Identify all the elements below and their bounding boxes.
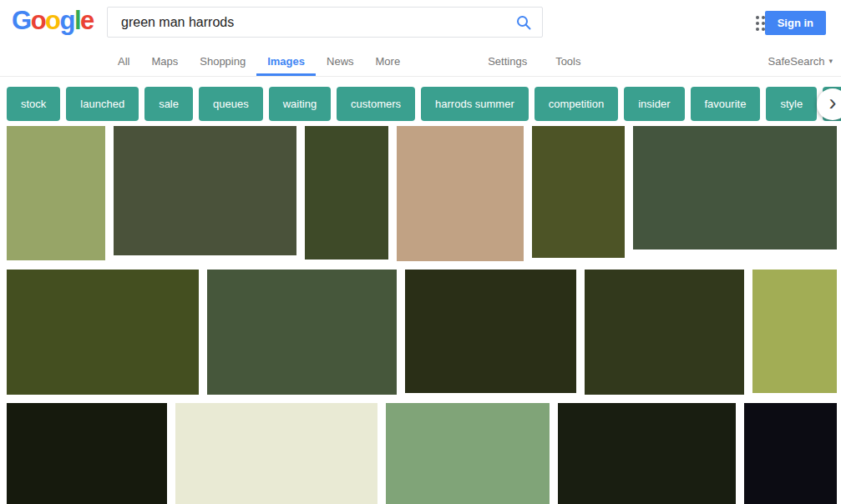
tab-all[interactable]: All bbox=[107, 46, 140, 76]
chevron-right-icon: › bbox=[829, 92, 837, 114]
filter-chip[interactable]: waiting bbox=[269, 87, 331, 121]
image-result[interactable] bbox=[7, 270, 199, 395]
google-logo-letter: l bbox=[74, 6, 80, 35]
tab-images[interactable]: Images bbox=[256, 46, 316, 76]
search-icon bbox=[516, 15, 531, 30]
image-result[interactable] bbox=[175, 403, 377, 504]
tab-news[interactable]: News bbox=[316, 46, 365, 76]
grid-row bbox=[7, 403, 841, 504]
image-result[interactable] bbox=[744, 403, 837, 504]
image-result[interactable] bbox=[585, 270, 744, 395]
filter-chip[interactable]: queues bbox=[199, 87, 263, 121]
filter-chip[interactable]: insider bbox=[624, 87, 684, 121]
caret-down-icon: ▾ bbox=[828, 57, 833, 65]
tab-shopping[interactable]: Shopping bbox=[189, 46, 256, 76]
settings-menu[interactable]: Settings bbox=[488, 46, 527, 76]
search-input[interactable] bbox=[108, 8, 505, 37]
image-result[interactable] bbox=[386, 403, 550, 504]
filter-chip[interactable]: sale bbox=[144, 87, 193, 121]
grid-row bbox=[7, 270, 841, 395]
header: Google Sign in bbox=[0, 0, 841, 46]
results-nav: AllMapsShoppingImagesNewsMore Settings T… bbox=[0, 46, 841, 77]
google-logo[interactable]: Google bbox=[12, 6, 94, 36]
google-logo-letter: g bbox=[60, 6, 74, 35]
safesearch-dropdown[interactable]: SafeSearch ▾ bbox=[768, 46, 833, 76]
google-logo-letter: o bbox=[31, 6, 45, 35]
google-logo-letter: o bbox=[45, 6, 59, 35]
image-result[interactable] bbox=[7, 403, 167, 504]
tools-menu[interactable]: Tools bbox=[555, 46, 580, 76]
search-button[interactable] bbox=[505, 8, 542, 37]
filter-chip[interactable]: customers bbox=[337, 87, 415, 121]
filter-chip[interactable]: harrods summer bbox=[421, 87, 529, 121]
image-grid bbox=[0, 126, 841, 504]
tab-more[interactable]: More bbox=[365, 46, 412, 76]
image-result[interactable] bbox=[532, 126, 625, 258]
image-result[interactable] bbox=[405, 270, 576, 393]
filter-chip[interactable]: launched bbox=[66, 87, 139, 121]
image-result[interactable] bbox=[633, 126, 837, 249]
image-result[interactable] bbox=[207, 270, 397, 395]
image-result[interactable] bbox=[305, 126, 388, 260]
sign-in-button[interactable]: Sign in bbox=[765, 11, 826, 35]
image-result[interactable] bbox=[397, 126, 524, 261]
filter-chip[interactable]: stock bbox=[7, 87, 60, 121]
filter-chip[interactable]: favourite bbox=[691, 87, 761, 121]
image-result[interactable] bbox=[114, 126, 296, 255]
filter-chip[interactable]: style bbox=[766, 87, 817, 121]
google-logo-letter: G bbox=[12, 6, 31, 35]
filter-chips-bar: stocklaunchedsalequeueswaitingcustomersh… bbox=[0, 87, 841, 121]
chips-row: stocklaunchedsalequeueswaitingcustomersh… bbox=[0, 87, 841, 121]
nav-tabs: AllMapsShoppingImagesNewsMore bbox=[107, 46, 411, 76]
safesearch-label: SafeSearch bbox=[768, 55, 825, 68]
grid-row bbox=[7, 126, 841, 261]
google-logo-letter: e bbox=[80, 6, 94, 35]
tab-maps[interactable]: Maps bbox=[140, 46, 189, 76]
google-images-page: Google Sign in AllMapsShoppingImagesNews… bbox=[0, 0, 841, 504]
image-result[interactable] bbox=[558, 403, 736, 504]
filter-chip[interactable]: competition bbox=[534, 87, 618, 121]
image-result[interactable] bbox=[752, 270, 837, 393]
image-result[interactable] bbox=[7, 126, 105, 260]
search-box bbox=[107, 7, 543, 38]
